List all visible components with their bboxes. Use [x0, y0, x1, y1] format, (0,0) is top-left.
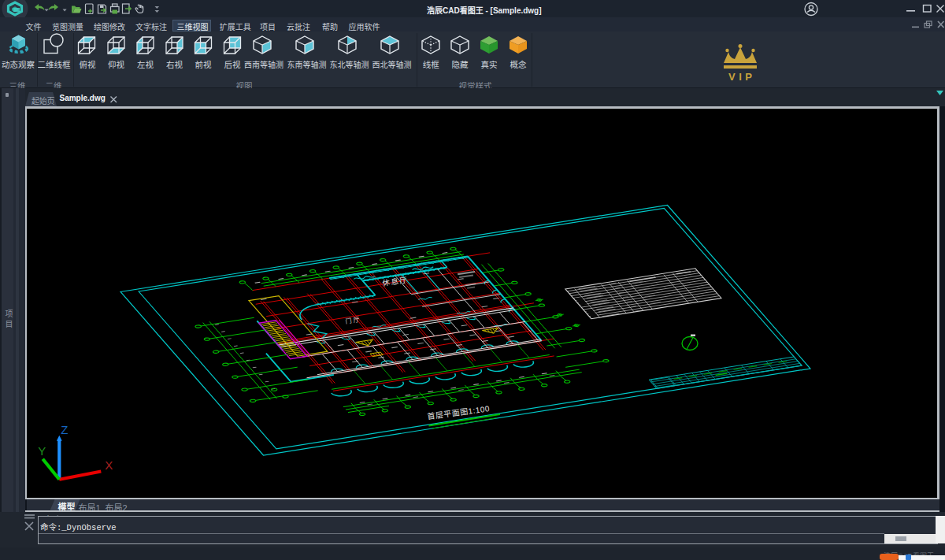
- svg-text:X: X: [105, 458, 113, 472]
- svg-text:Z: Z: [61, 423, 68, 436]
- svg-text:Y: Y: [38, 444, 46, 458]
- svg-text:首层平面图1:100: 首层平面图1:100: [426, 403, 490, 421]
- svg-text:VIP: VIP: [728, 71, 755, 83]
